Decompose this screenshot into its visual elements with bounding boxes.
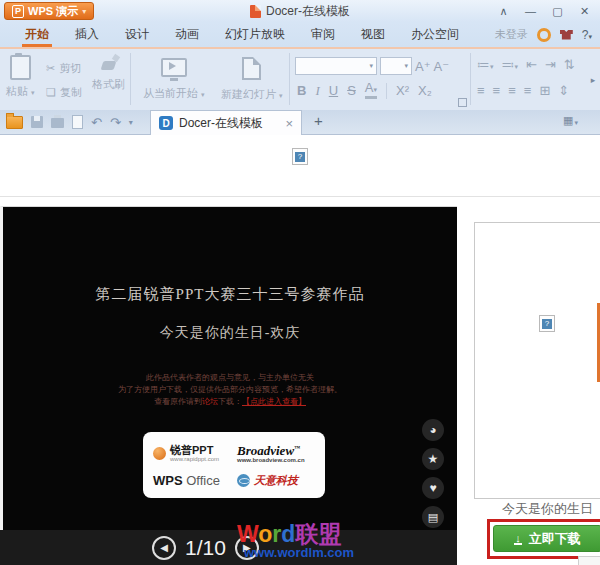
new-tab-button[interactable]: + [314, 112, 323, 129]
underline-button[interactable]: U [329, 83, 338, 98]
bullet-list-button[interactable]: ≔▾ [477, 57, 494, 72]
details-icon[interactable]: ▤ [422, 506, 444, 528]
grow-font-button[interactable]: A⁺ [415, 59, 431, 74]
docer-icon: D [159, 116, 173, 130]
login-status[interactable]: 未登录 [495, 27, 528, 42]
ribbon-expand-button[interactable]: ▸ [586, 49, 600, 110]
undo-icon[interactable]: ↶ [91, 116, 102, 129]
slide-note-line2: 为了方便用户下载，仅提供作品部分内容预览，希望作者理解。 [3, 384, 457, 396]
tab-slideshow[interactable]: 幻灯片放映 [212, 22, 298, 47]
heart-like-icon[interactable]: ♥ [422, 477, 444, 499]
tab-office-space[interactable]: 办公空间 [398, 22, 472, 47]
tab-view[interactable]: 视图 [348, 22, 398, 47]
text-direction-button[interactable]: ⇕ [558, 83, 569, 98]
paste-button[interactable]: 粘贴 ▾ [6, 55, 35, 99]
shrink-font-button[interactable]: A⁻ [434, 59, 450, 74]
titlebar: P WPS 演示 ▾ Docer-在线模板 ∧ — ▢ ✕ [0, 0, 600, 22]
template-thumbnail-card[interactable]: ? [474, 222, 600, 499]
tab-close-icon[interactable]: × [285, 116, 293, 131]
numbered-list-button[interactable]: ≕▾ [502, 57, 519, 72]
preview-pager: ◀ 1/10 ▶ [0, 530, 457, 565]
open-file-icon[interactable] [6, 116, 23, 129]
font-name-combobox[interactable]: ▾ [295, 57, 377, 75]
strikethrough-button[interactable]: S [347, 83, 356, 98]
clipboard-group: 粘贴 ▾ ✂ 剪切 ❏ 复制 格式刷 [0, 49, 130, 110]
annotation-highlight-box: ↓ 立即下载 [487, 519, 600, 559]
chevron-down-icon: ▾ [404, 62, 408, 70]
copy-icon: ❏ [46, 86, 56, 99]
columns-button[interactable]: ⊞ [539, 83, 550, 98]
clipboard-icon [10, 55, 31, 80]
slideshow-screen-icon [161, 58, 187, 77]
justify-button[interactable]: ≡ [524, 83, 532, 98]
wps-office-logo: WPS Office [153, 473, 231, 488]
collapse-ribbon-button[interactable]: ∧ [490, 5, 517, 18]
italic-button[interactable]: I [315, 83, 319, 99]
new-slide-button[interactable]: 新建幻灯片 ▾ [221, 55, 283, 102]
minimize-button[interactable]: — [517, 5, 544, 17]
window-layout-toggle[interactable]: ▦▾ [563, 114, 578, 127]
slide-title-line2: 今天是你的生日-欢庆 [3, 324, 457, 342]
slideshow-group: 从当前开始 ▾ 新建幻灯片 ▾ [131, 49, 289, 110]
tab-insert[interactable]: 插入 [62, 22, 112, 47]
align-right-button[interactable]: ≡ [508, 83, 516, 98]
line-spacing-button[interactable]: ⇅ [564, 57, 575, 72]
broadview-logo: Broadview™www.broadview.com.cn [237, 442, 315, 464]
tab-animation[interactable]: 动画 [162, 22, 212, 47]
print-preview-icon[interactable] [72, 115, 83, 129]
template-name: 今天是你的生日 [457, 500, 593, 518]
divider [386, 83, 387, 99]
chevron-down-icon: ▾ [369, 62, 373, 70]
tab-home[interactable]: 开始 [12, 22, 62, 47]
paragraph-group: ≔▾ ≕▾ ⇤ ⇥ ⇅ ≡ ≡ ≡ ≡ ⊞ ⇕ [471, 49, 586, 110]
skin-theme-icon[interactable] [560, 30, 573, 40]
preview-action-buttons: ◕ ★ ♥ ▤ [422, 419, 444, 528]
superscript-button[interactable]: X² [396, 83, 409, 98]
broken-image-icon: ? [292, 148, 308, 165]
format-painter-button[interactable]: 格式刷 [92, 53, 125, 92]
slide-preview: 第二届锐普PPT大赛三十三号参赛作品 今天是你的生日-欢庆 此作品代表作者的观点… [0, 206, 457, 565]
print-icon[interactable] [51, 118, 64, 128]
cut-button[interactable]: ✂ 剪切 [46, 61, 81, 76]
dialog-launcher-icon[interactable] [458, 98, 467, 107]
wps-presentation-window: P WPS 演示 ▾ Docer-在线模板 ∧ — ▢ ✕ 开始 插入 设计 动… [0, 0, 600, 565]
tab-design[interactable]: 设计 [112, 22, 162, 47]
align-center-button[interactable]: ≡ [493, 83, 501, 98]
font-group: ▾ ▾ A⁺ A⁻ B I U S A▾ X² X₂ [290, 49, 470, 110]
ribbon: 粘贴 ▾ ✂ 剪切 ❏ 复制 格式刷 从当前开始 ▾ 新建幻灯片 [0, 49, 600, 111]
tab-review[interactable]: 审阅 [298, 22, 348, 47]
save-icon[interactable] [31, 116, 43, 128]
chevron-down-icon: ▾ [588, 33, 592, 40]
font-color-button[interactable]: A▾ [365, 82, 377, 99]
decrease-indent-button[interactable]: ⇤ [526, 57, 537, 72]
wps-cloud-icon[interactable] [537, 28, 551, 42]
globe-icon [237, 474, 250, 487]
maximize-button[interactable]: ▢ [544, 5, 571, 18]
broken-image-icon: ? [539, 315, 555, 332]
scissors-icon: ✂ [46, 62, 55, 75]
start-from-current-button[interactable]: 从当前开始 ▾ [143, 55, 205, 101]
window-controls: ∧ — ▢ ✕ [490, 0, 598, 22]
previous-slide-button[interactable]: ◀ [152, 536, 176, 560]
subscript-button[interactable]: X₂ [418, 83, 432, 98]
weibo-share-icon[interactable]: ◕ [422, 419, 444, 441]
sponsor-logos-panel: 锐普PPTwww.rapidppt.com Broadview™www.broa… [143, 432, 325, 498]
redo-icon[interactable]: ↷ [110, 116, 121, 129]
help-button[interactable]: ?▾ [582, 28, 592, 42]
close-button[interactable]: ✕ [571, 5, 598, 18]
window-title-text: Docer-在线模板 [266, 3, 350, 20]
rapid-ppt-ball-icon [153, 447, 166, 460]
customize-toolbar-icon[interactable]: ▾ [129, 118, 133, 127]
document-tab-docer[interactable]: D Docer-在线模板 × [150, 110, 302, 135]
forum-link-text: 论坛 [202, 397, 218, 406]
increase-indent-button[interactable]: ⇥ [545, 57, 556, 72]
star-favorite-icon[interactable]: ★ [422, 448, 444, 470]
download-now-button[interactable]: ↓ 立即下载 [493, 525, 600, 552]
font-size-combobox[interactable]: ▾ [380, 57, 412, 75]
align-left-button[interactable]: ≡ [477, 83, 485, 98]
bold-button[interactable]: B [297, 83, 306, 98]
copy-button[interactable]: ❏ 复制 [46, 85, 82, 100]
slide-notes: 此作品代表作者的观点与意见，与主办单位无关 为了方便用户下载，仅提供作品部分内容… [3, 372, 457, 408]
next-slide-button[interactable]: ▶ [235, 536, 259, 560]
tianyi-logo: 天意科技 [237, 473, 315, 488]
